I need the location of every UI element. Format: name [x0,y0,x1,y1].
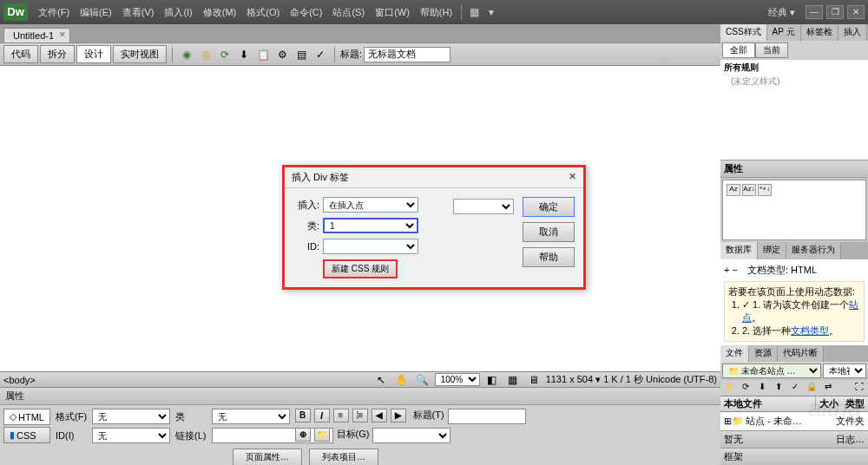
view-select[interactable]: 本地视图 [823,363,866,378]
tool-icon-8[interactable]: ✓ [312,47,328,62]
prop-icon-1[interactable]: Az [727,184,740,196]
title-t-input[interactable] [448,409,526,424]
layout-icon[interactable]: ▦ [466,4,482,20]
properties-mini-header[interactable]: 属性 [720,160,868,178]
status-icon-3[interactable]: 🖥 [526,372,542,388]
zoom-icon[interactable]: 🔍 [415,372,431,388]
col-type[interactable]: 类型 [842,396,868,411]
pointer-icon[interactable]: ↖ [373,372,389,388]
design-view-btn[interactable]: 设计 [76,45,111,63]
current-subtab[interactable]: 当前 [755,43,788,58]
ul-btn[interactable]: ≡ [333,409,349,422]
hand-icon[interactable]: ✋ [394,372,410,388]
insert-tab[interactable]: 插入 [838,24,867,41]
minimize-btn[interactable]: — [806,5,823,19]
minus-icon[interactable]: − [733,265,738,275]
menu-format[interactable]: 格式(O) [241,6,285,19]
ol-btn[interactable]: ⦙≡ [352,409,368,422]
expand-icon[interactable]: ⛶ [852,382,866,394]
prop-icon-2[interactable]: Az↓ [742,184,756,196]
page-properties-btn[interactable]: 页面属性… [233,449,302,465]
split-view-btn[interactable]: 拆分 [40,45,75,63]
menu-window[interactable]: 窗口(W) [370,6,415,19]
site-select[interactable]: 📁 未命名站点 … [722,363,821,378]
menu-help[interactable]: 帮助(H) [415,6,457,19]
menu-file[interactable]: 文件(F) [33,6,75,19]
menu-site[interactable]: 站点(S) [327,6,370,19]
workspace-selector[interactable]: 经典 ▾ [768,6,795,19]
html-mode-tab[interactable]: ◇HTML [3,409,50,425]
format-select[interactable]: 无 [92,409,170,424]
new-css-rule-btn[interactable]: 新建 CSS 规则 [323,259,398,278]
prop-icon-3[interactable]: *+↓ [758,184,772,196]
snippets-tab[interactable]: 代码片断 [778,345,824,362]
dropdown-icon[interactable]: ▾ [483,4,499,20]
log-label[interactable]: 日志… [836,433,865,446]
tool-icon-2[interactable]: ◎ [198,47,214,62]
insert-select[interactable]: 在插入点 [323,197,418,213]
menu-edit[interactable]: 编辑(E) [75,6,117,19]
id-select-prop[interactable]: 无 [92,428,170,443]
outdent-btn[interactable]: ◀ [372,409,387,422]
list-properties-btn[interactable]: 列表项目… [309,449,378,465]
close-tab-icon[interactable]: ✕ [59,30,66,39]
tag-inspector-tab[interactable]: 标签检 [801,24,838,41]
close-btn[interactable]: ✕ [847,5,865,19]
file-row[interactable]: ⊞ 📁 站点 - 未命… 文件夹 [724,414,865,429]
frames-tab[interactable]: 框架 [724,450,743,463]
checkin-icon[interactable]: 🔒 [805,382,819,394]
status-icon-2[interactable]: ▦ [505,372,521,388]
refresh-icon[interactable]: ⟳ [739,382,753,394]
help-button[interactable]: 帮助 [523,247,575,267]
css-rules-list[interactable]: (未定义样式) [720,75,868,160]
database-tab[interactable]: 数据库 [720,242,758,259]
tool-icon-1[interactable]: ◉ [179,47,194,62]
status-icon-1[interactable]: ◧ [484,372,500,388]
menu-commands[interactable]: 命令(C) [285,6,327,19]
menu-view[interactable]: 查看(V) [117,6,160,19]
menu-insert[interactable]: 插入(I) [159,6,197,19]
all-subtab[interactable]: 全部 [722,43,755,58]
cancel-button[interactable]: 取消 [523,222,575,242]
zoom-select[interactable]: 100% [435,373,480,386]
plus-icon[interactable]: + [724,265,729,275]
point-to-file-icon[interactable]: ⊕ [295,428,311,442]
title-input[interactable] [364,47,450,62]
tag-selector[interactable]: <body> [3,375,36,385]
menu-modify[interactable]: 修改(M) [198,6,242,19]
ap-elements-tab[interactable]: AP 元 [767,24,801,41]
insert-position-select[interactable] [453,199,514,214]
tool-icon-4[interactable]: ⬇ [236,47,252,62]
files-tab[interactable]: 文件 [720,345,749,362]
id-select[interactable] [323,239,418,254]
sync-icon[interactable]: ⇄ [821,382,835,394]
assets-tab[interactable]: 资源 [749,345,778,362]
col-size[interactable]: 大小 [816,396,842,411]
dialog-close-icon[interactable]: ✕ [569,171,576,184]
put-icon[interactable]: ⬆ [772,382,786,394]
ok-button[interactable]: 确定 [523,197,575,217]
tool-icon-6[interactable]: ⚙ [274,47,290,62]
server-behaviors-tab[interactable]: 服务器行为 [786,242,841,259]
doctype-link[interactable]: 文档类型 [791,325,829,336]
css-mode-tab[interactable]: ▮CSS [3,427,50,443]
target-select[interactable] [372,428,450,443]
connect-icon[interactable]: ⚡ [722,382,736,394]
code-view-btn[interactable]: 代码 [3,45,38,63]
col-local[interactable]: 本地文件 [720,396,816,411]
bindings-tab[interactable]: 绑定 [758,242,786,259]
tool-icon-5[interactable]: 📋 [255,47,271,62]
expand-tree-icon[interactable]: ⊞ [724,416,732,427]
class-select-prop[interactable]: 无 [212,409,290,424]
browse-icon[interactable]: 📁 [314,428,330,442]
get-icon[interactable]: ⬇ [755,382,769,394]
live-view-btn[interactable]: 实时视图 [113,45,167,63]
restore-btn[interactable]: ❐ [826,5,844,19]
class-select[interactable]: 1 [323,218,418,233]
tool-icon-3[interactable]: ⟳ [217,47,233,62]
css-styles-tab[interactable]: CSS样式 [720,24,767,41]
indent-btn[interactable]: ▶ [391,409,406,422]
properties-header[interactable]: 属性 [0,388,720,405]
tool-icon-7[interactable]: ▤ [293,47,309,62]
bold-btn[interactable]: B [295,409,311,422]
